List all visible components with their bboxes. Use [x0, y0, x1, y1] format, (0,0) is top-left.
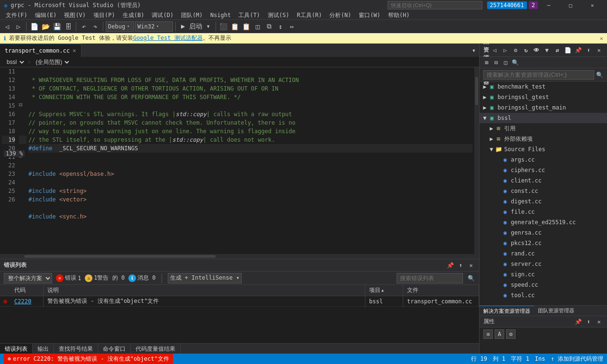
menu-team[interactable]: 团队(M): [177, 10, 207, 20]
tab-scroll-right[interactable]: ▾: [469, 44, 479, 57]
toolbar-btn-open[interactable]: 📂: [40, 21, 51, 32]
menu-edit[interactable]: 编辑(E): [31, 10, 61, 20]
info-close-button[interactable]: ✕: [600, 35, 603, 42]
tree-item-bssl[interactable]: ▼ ▣ bssl: [480, 113, 607, 123]
tree-item-rand[interactable]: ◉ rand.cc: [480, 248, 607, 259]
sidebar-search-icon[interactable]: 🔍: [596, 72, 603, 78]
maximize-button[interactable]: □: [560, 0, 581, 10]
menu-rtools[interactable]: R工具(R): [293, 10, 326, 20]
toolbar-btn-undo[interactable]: ↶: [79, 21, 89, 32]
sidebar-action-newfile[interactable]: 📄: [563, 46, 572, 55]
toolbar-btn-redo[interactable]: ↷: [90, 21, 100, 32]
toolbar-btn-1[interactable]: ◁: [2, 21, 12, 32]
error-badge[interactable]: ✕ 错误 1: [56, 274, 81, 282]
tree-item-benchmark[interactable]: ▶ ▣ benchmark_test: [480, 82, 607, 92]
properties-dock-btn[interactable]: ⬆: [584, 318, 593, 326]
info-badge[interactable]: ℹ 消息 0: [128, 274, 155, 282]
platform-dropdown[interactable]: Win32 ▾: [135, 21, 173, 32]
error-scope-dropdown[interactable]: 整个解决方案: [4, 273, 52, 283]
error-col-code-header[interactable]: 代码: [10, 285, 44, 296]
tree-item-external-deps[interactable]: ▶ ⊞ 外部依赖项: [480, 134, 607, 144]
menu-view[interactable]: 视图(V): [60, 10, 90, 20]
menu-project[interactable]: 项目(P): [90, 10, 119, 20]
sidebar-search-input[interactable]: [483, 70, 594, 80]
toolbar-btn-11[interactable]: ⇔: [287, 21, 297, 32]
bottom-panel-float[interactable]: ⬆: [456, 261, 465, 270]
table-row[interactable]: ⊗ C2220 警告被视为错误 - 没有生成"object"文件 bssl tr…: [0, 296, 479, 307]
sidebar-tab-solution-explorer[interactable]: 解决方案资源管理器: [480, 306, 534, 316]
properties-pin-btn[interactable]: 📌: [574, 318, 582, 326]
status-error-item[interactable]: ⊗ error C2220: 警告被视为错误 - 没有生成"object"文件: [4, 354, 173, 364]
tree-item-file[interactable]: ◉ file.cc: [480, 207, 607, 217]
properties-close-btn[interactable]: ✕: [595, 318, 603, 326]
code-text[interactable]: * WHATSOEVER RESULTING FROM LOSS OF USE,…: [27, 67, 474, 254]
tree-view[interactable]: ▶ ▣ benchmark_test ▶ ▣ boringssl_gtest ▶…: [480, 82, 607, 305]
close-button[interactable]: ✕: [581, 0, 603, 10]
bottom-panel-close[interactable]: ✕: [467, 261, 475, 270]
tree-item-boringssl-gtest-main[interactable]: ▶ ▣ boringssl_gtest_main: [480, 102, 607, 113]
menu-test[interactable]: 测试(S): [264, 10, 293, 20]
tree-item-tool[interactable]: ◉ tool.cc: [480, 290, 607, 300]
scrollbar-h-thumb[interactable]: [24, 255, 216, 258]
tree-item-generate-ed[interactable]: ◉ generate_ed25519.cc: [480, 217, 607, 228]
build-filter-dropdown[interactable]: 生成 + IntelliSense ▾: [168, 273, 242, 283]
error-col-file-header[interactable]: 文件: [403, 285, 479, 296]
quick-launch-input[interactable]: [388, 1, 482, 9]
tab-output[interactable]: 输出: [33, 344, 54, 354]
error-search-btn[interactable]: 🔍: [467, 274, 475, 282]
toolbar-btn-new[interactable]: 📄: [29, 21, 39, 32]
toolbar-btn-save[interactable]: 💾: [52, 21, 62, 32]
sidebar-tool-btn-2[interactable]: ⊟: [492, 58, 500, 67]
status-git[interactable]: ↑ 添加到源代码管理: [551, 355, 603, 363]
error-col-proj-header[interactable]: 项目 ▲: [365, 285, 403, 296]
tree-item-digest[interactable]: ◉ digest.cc: [480, 196, 607, 207]
sidebar-action-props[interactable]: ⚙: [511, 46, 520, 55]
breadcrumb-scope-select[interactable]: bssl: [4, 58, 26, 66]
minimize-button[interactable]: ─: [538, 0, 560, 10]
tab-find-symbol[interactable]: 查找符号结果: [54, 344, 98, 354]
tree-toggle-external-deps[interactable]: ▶: [488, 136, 495, 142]
start-button[interactable]: ▶ 启动 ▾: [178, 21, 213, 32]
menu-debug[interactable]: 调试(D): [148, 10, 177, 20]
tab-close-btn[interactable]: ×: [72, 47, 76, 54]
tree-item-pkcs12[interactable]: ◉ pkcs12.cc: [480, 238, 607, 248]
warn-badge[interactable]: ⚠ 1警告 的 0: [85, 274, 125, 282]
sidebar-action-dock[interactable]: ⬆: [584, 46, 593, 55]
tab-command[interactable]: 命令窗口: [98, 344, 131, 354]
debug-config-dropdown[interactable]: Debug ▾: [106, 21, 134, 32]
scrollbar-vertical[interactable]: [474, 67, 479, 254]
sidebar-action-showall[interactable]: 👁: [532, 46, 541, 55]
scrollbar-thumb[interactable]: [475, 77, 478, 105]
menu-help[interactable]: 帮助(H): [384, 10, 414, 20]
tree-toggle-references[interactable]: ▶: [488, 125, 495, 132]
sidebar-action-back[interactable]: ◁: [490, 46, 499, 55]
tree-item-server[interactable]: ◉ server.cc: [480, 259, 607, 269]
menu-nsight[interactable]: Nsight: [207, 10, 235, 20]
menu-file[interactable]: 文件(F): [2, 10, 31, 20]
sidebar-tool-btn-4[interactable]: 🔍: [511, 58, 519, 67]
tree-toggle-source-files[interactable]: ▼: [488, 146, 495, 153]
tab-error-list[interactable]: 错误列表: [0, 344, 33, 354]
prop-btn-categories[interactable]: ≡: [483, 329, 493, 339]
tree-item-args[interactable]: ◉ args.cc: [480, 155, 607, 165]
error-table[interactable]: ⊗ C2220 警告被视为错误 - 没有生成"object"文件 bssl tr…: [0, 296, 479, 343]
scrollbar-horizontal[interactable]: [0, 254, 479, 259]
tree-toggle-benchmark[interactable]: ▶: [481, 83, 488, 90]
error-col-desc-header[interactable]: 说明: [44, 285, 365, 296]
toolbar-btn-7[interactable]: 📋: [241, 21, 252, 32]
sidebar-tool-btn-1[interactable]: ⊞: [482, 58, 491, 67]
bottom-panel-pin[interactable]: 📌: [446, 261, 454, 270]
toolbar-btn-saveall[interactable]: 🗄: [63, 21, 73, 32]
tree-toggle-bssl[interactable]: ▼: [481, 115, 488, 121]
info-link[interactable]: Google Test 测试适配器: [133, 34, 203, 42]
breadcrumb-context-select[interactable]: (全局范围): [33, 58, 71, 66]
sidebar-close-btn[interactable]: ✕: [595, 46, 603, 55]
code-content[interactable]: 11 12 13 14 15 16 17 18 19 20 21 22 23 2…: [0, 67, 479, 254]
tree-item-source-files[interactable]: ▼ 📁 Source Files: [480, 144, 607, 155]
toolbar-btn-8[interactable]: ◫: [253, 21, 263, 32]
error-search-input[interactable]: [397, 273, 463, 283]
sidebar-tool-btn-3[interactable]: ◫: [501, 58, 510, 67]
menu-build[interactable]: 生成(B): [119, 10, 148, 20]
toolbar-btn-2[interactable]: ▷: [13, 21, 24, 32]
tree-item-speed[interactable]: ◉ speed.cc: [480, 280, 607, 290]
